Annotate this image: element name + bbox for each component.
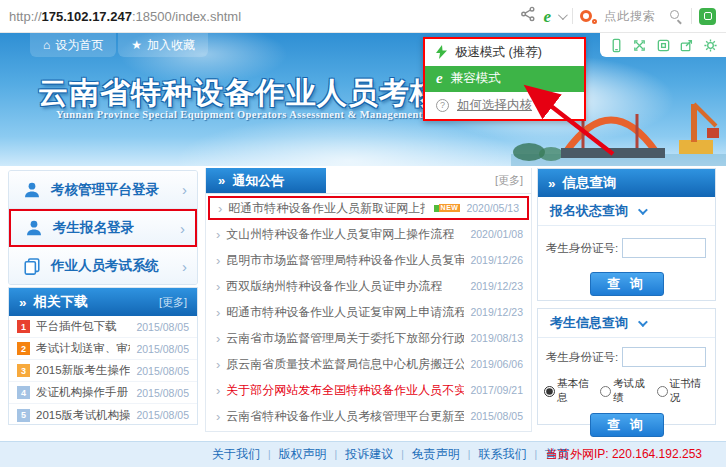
section-reg-status[interactable]: 报名状态查询 (538, 197, 715, 226)
query-button[interactable]: 查 询 (590, 413, 664, 437)
login-item-candidate-register[interactable]: 考生报名登录 › (9, 209, 197, 247)
screenshot-icon[interactable] (656, 38, 671, 53)
notice-label: 昆明市市场监督管理局特种设备作业人员复审流程... (226, 252, 464, 269)
query-button[interactable]: 查 询 (590, 272, 664, 296)
login-item-label: 作业人员考试系统 (51, 257, 159, 275)
url-host: 175.102.17.247 (42, 9, 132, 24)
panel-title: 通知公告 (232, 172, 284, 190)
menu-item-speed-mode[interactable]: 极速模式 (推荐) (425, 39, 584, 66)
chevron-down-icon (638, 317, 648, 327)
footer-link-about[interactable]: 关于我们 (212, 446, 260, 463)
home-icon: ⌂ (43, 39, 50, 51)
search-input[interactable]: 点此搜索 (604, 8, 656, 25)
login-item-exam-system[interactable]: 作业人员考试系统 › (9, 247, 197, 285)
radio-basic-info[interactable]: 基本信息 (544, 377, 598, 405)
item-arrow-icon: › (216, 409, 220, 424)
notice-row[interactable]: › 昭通市特种设备作业人员新取证网上报名流程 NEW 2020/05/13 (208, 196, 529, 220)
settings-gear-icon[interactable] (703, 38, 718, 53)
ie-mode-icon[interactable]: e (543, 8, 551, 25)
download-date: 2015/08/05 (136, 365, 189, 377)
notice-date: 2019/12/23 (470, 306, 523, 318)
footer-link-feedback[interactable]: 投诉建议 (345, 446, 393, 463)
query-type-radios: 基本信息 考试成绩 证书情况 (538, 371, 715, 405)
menu-item-kernel-help[interactable]: ? 如何选择内核 (425, 92, 584, 119)
search-icon[interactable] (669, 9, 684, 24)
download-label: 2015新版考生操作... (36, 363, 130, 378)
notice-date: 2015/08/05 (470, 410, 523, 422)
footer-link-copyright[interactable]: 版权声明 (279, 446, 327, 463)
notice-date: 2020/01/08 (470, 228, 523, 240)
login-item-admin-platform[interactable]: 考核管理平台登录 › (9, 171, 197, 209)
download-row[interactable]: 5 2015版考试机构操... 2015/08/05 (9, 404, 197, 426)
mode-menu: 极速模式 (推荐) e 兼容模式 ? 如何选择内核 (423, 37, 586, 121)
download-row[interactable]: 4 发证机构操作手册 2015/08/05 (9, 382, 197, 404)
notice-label: 原云南省质量技术监督局信息中心机房搬迁公告 (226, 356, 464, 373)
notice-row[interactable]: › 原云南省质量技术监督局信息中心机房搬迁公告 2019/06/06 (206, 351, 531, 377)
more-link[interactable]: [更多] (495, 173, 531, 188)
export-icon[interactable] (679, 38, 694, 53)
tab-notices[interactable]: » 通知公告 (206, 168, 326, 193)
item-arrow-icon: › (216, 279, 220, 294)
notice-label: 云南省特种设备作业人员考核管理平台更新至20... (226, 408, 464, 425)
notice-row[interactable]: › 昭通市特种设备作业人员证复审网上申请流程及相... 2019/12/23 (206, 299, 531, 325)
id-label: 考生身份证号: (546, 241, 618, 256)
footer-link-contact[interactable]: 联系我们 (478, 446, 526, 463)
browser-app-icon[interactable] (699, 8, 716, 25)
download-row[interactable]: 3 2015新版考生操作... 2015/08/05 (9, 360, 197, 382)
id-input[interactable] (622, 238, 706, 258)
rank-badge: 3 (17, 364, 30, 377)
id-input[interactable] (622, 347, 706, 367)
radio-exam-score[interactable]: 考试成绩 (600, 377, 654, 405)
chevron-down-icon[interactable] (558, 10, 568, 20)
tab-set-home[interactable]: ⌂ 设为首页 (30, 33, 116, 57)
user-icon (25, 219, 43, 237)
search-engine-logo[interactable] (580, 8, 597, 25)
more-link[interactable]: [更多] (159, 295, 187, 310)
notice-label: 关于部分网站发布全国特种设备作业人员不实信息... (226, 382, 464, 399)
double-arrow-icon: » (548, 176, 556, 191)
notice-row[interactable]: › 云南省特种设备作业人员考核管理平台更新至20... 2015/08/05 (206, 403, 531, 429)
url-field[interactable]: http://175.102.17.247:18500/index.shtml (9, 9, 241, 24)
notice-row[interactable]: › 昆明市市场监督管理局特种设备作业人员复审流程... 2019/12/26 (206, 247, 531, 273)
notice-row[interactable]: › 云南省市场监督管理局关于委托下放部分行政许可... 2019/08/13 (206, 325, 531, 351)
notice-row[interactable]: › 西双版纳州特种设备作业人员证申办流程 2019/12/23 (206, 273, 531, 299)
item-arrow-icon: › (216, 305, 220, 320)
radio-certificate[interactable]: 证书情况 (657, 377, 711, 405)
section-candidate-info[interactable]: 考生信息查询 (538, 309, 715, 338)
notice-row[interactable]: › 关于部分网站发布全国特种设备作业人员不实信息... 2017/09/21 (206, 377, 531, 403)
rank-badge: 2 (17, 342, 30, 355)
tab-add-favorite[interactable]: ★ 加入收藏 (118, 33, 208, 57)
item-arrow-icon: › (216, 383, 220, 398)
section-title: 考生信息查询 (550, 314, 628, 332)
download-row[interactable]: 2 考试计划送审、审核 ... 2015/08/05 (9, 338, 197, 360)
mobile-icon[interactable] (609, 38, 624, 53)
notice-date: 2019/08/13 (470, 332, 523, 344)
menu-item-label: 如何选择内核 (457, 97, 532, 114)
url-path: :18500/index.shtml (132, 9, 241, 24)
ie-icon: e (436, 71, 443, 86)
share-icon[interactable] (520, 6, 536, 26)
footer: 关于我们| 版权声明| 投诉建议| 免责声明| 联系我们| 首页 当前外网IP:… (0, 441, 726, 467)
chevron-down-icon (638, 205, 648, 215)
notice-date: 2019/06/06 (470, 358, 523, 370)
external-ip: 当前外网IP: 220.164.192.253 (546, 446, 702, 463)
download-row[interactable]: 1 平台插件包下载 2015/08/05 (9, 316, 197, 338)
divider (691, 8, 692, 24)
menu-item-compat-mode[interactable]: e 兼容模式 (425, 66, 584, 93)
document-icon (23, 257, 41, 275)
item-arrow-icon: › (216, 253, 220, 268)
download-label: 2015版考试机构操... (36, 408, 130, 423)
fullscreen-icon[interactable] (632, 38, 647, 53)
notice-row[interactable]: › 文山州特种设备作业人员复审网上操作流程 2020/01/08 (206, 221, 531, 247)
lightning-icon (436, 45, 447, 59)
download-date: 2015/08/05 (136, 343, 189, 355)
panel-title: 相关下载 (34, 293, 88, 311)
menu-item-label: 兼容模式 (451, 70, 501, 87)
download-date: 2015/08/05 (136, 387, 189, 399)
item-arrow-icon: › (216, 357, 220, 372)
id-label: 考生身份证号: (546, 350, 618, 365)
notice-date: 2019/12/26 (470, 254, 523, 266)
query-header: » 信息查询 (538, 169, 715, 197)
footer-link-disclaimer[interactable]: 免责声明 (412, 446, 460, 463)
browser-address-bar: http://175.102.17.247:18500/index.shtml … (0, 0, 726, 33)
